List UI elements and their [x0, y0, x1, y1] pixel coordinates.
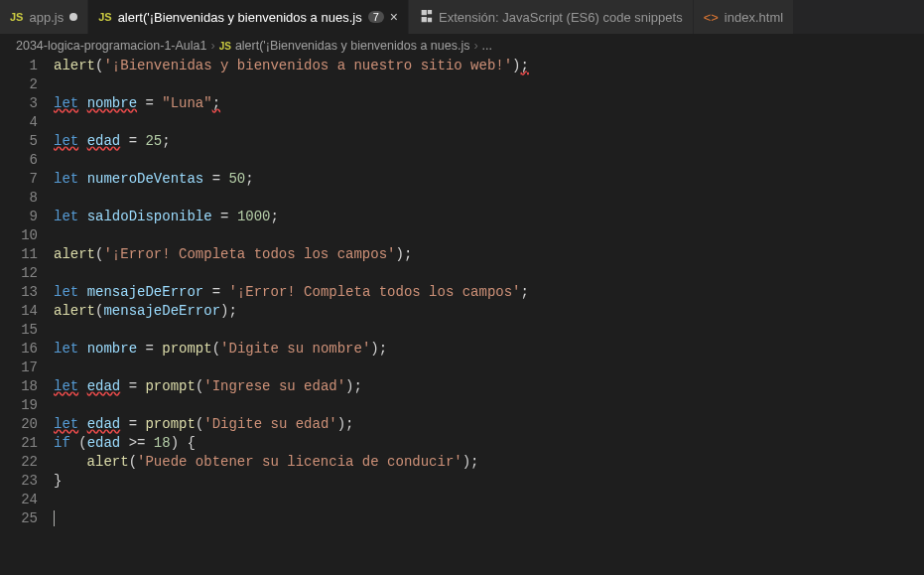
code-line[interactable]: alert('Puede obtener su licencia de cond… — [54, 453, 924, 472]
code-line[interactable] — [54, 359, 924, 377]
code-line[interactable]: let saldoDisponible = 1000; — [54, 208, 924, 226]
code-line[interactable] — [54, 151, 924, 170]
js-file-icon: JS — [10, 11, 23, 23]
code-line[interactable] — [54, 113, 924, 132]
code-line[interactable] — [54, 264, 924, 283]
code-line[interactable]: let nombre = prompt('Digite su nombre'); — [54, 340, 924, 359]
editor-tab[interactable]: JSapp.js — [0, 0, 88, 34]
code-line[interactable]: let edad = prompt('Ingrese su edad'); — [54, 377, 924, 396]
line-number: 20 — [0, 415, 38, 434]
tab-badge: 7 — [368, 11, 384, 23]
line-number: 10 — [0, 226, 38, 245]
line-number: 5 — [0, 132, 38, 151]
tab-bar: JSapp.jsJSalert('¡Bienvenidas y bienveni… — [0, 0, 924, 35]
code-line[interactable]: if (edad >= 18) { — [54, 434, 924, 453]
line-number: 21 — [0, 434, 38, 453]
code-line[interactable]: let nombre = "Luna"; — [54, 94, 924, 113]
js-file-icon: JS — [98, 11, 111, 23]
breadcrumb[interactable]: 2034-logica-programacion-1-Aula1 › JS al… — [0, 35, 924, 57]
code-line[interactable] — [54, 491, 924, 509]
line-number: 9 — [0, 208, 38, 226]
code-line[interactable]: alert('¡Bienvenidas y bienvenidos a nues… — [54, 57, 924, 75]
code-line[interactable] — [54, 396, 924, 415]
code-line[interactable] — [54, 189, 924, 208]
close-icon[interactable]: × — [390, 9, 398, 25]
line-number: 12 — [0, 264, 38, 283]
line-number: 24 — [0, 491, 38, 509]
js-file-icon: JS — [219, 41, 231, 52]
code-line[interactable]: let mensajeDeError = '¡Error! Completa t… — [54, 283, 924, 302]
code-line[interactable] — [54, 75, 924, 94]
chevron-right-icon: › — [473, 39, 477, 53]
code-line[interactable]: alert('¡Error! Completa todos los campos… — [54, 245, 924, 264]
breadcrumb-file[interactable]: alert('¡Bienvenidas y bienvenidos a nues… — [235, 39, 470, 53]
extension-icon — [419, 9, 433, 26]
line-number: 4 — [0, 113, 38, 132]
code-line[interactable]: } — [54, 472, 924, 491]
line-number: 14 — [0, 302, 38, 321]
code-line[interactable]: alert(mensajeDeError); — [54, 302, 924, 321]
line-number: 13 — [0, 283, 38, 302]
line-number: 2 — [0, 75, 38, 94]
html-file-icon: <> — [704, 10, 719, 25]
line-number: 3 — [0, 94, 38, 113]
line-number: 15 — [0, 321, 38, 340]
code-line[interactable]: let numeroDeVentas = 50; — [54, 170, 924, 189]
code-line[interactable] — [54, 509, 924, 528]
code-content[interactable]: alert('¡Bienvenidas y bienvenidos a nues… — [54, 57, 924, 528]
tab-label: alert('¡Bienvenidas y bienvenidos a nues… — [118, 10, 362, 25]
line-number-gutter: 1234567891011121314151617181920212223242… — [0, 57, 54, 528]
code-line[interactable]: let edad = 25; — [54, 132, 924, 151]
line-number: 18 — [0, 377, 38, 396]
line-number: 25 — [0, 509, 38, 528]
line-number: 1 — [0, 57, 38, 75]
unsaved-indicator-icon[interactable] — [69, 13, 77, 21]
editor-tab[interactable]: JSalert('¡Bienvenidas y bienvenidos a nu… — [88, 0, 409, 34]
line-number: 16 — [0, 340, 38, 359]
code-line[interactable] — [54, 321, 924, 340]
chevron-right-icon: › — [210, 39, 214, 53]
code-line[interactable]: let edad = prompt('Digite su edad'); — [54, 415, 924, 434]
line-number: 6 — [0, 151, 38, 170]
tab-label: index.html — [725, 10, 783, 25]
line-number: 17 — [0, 359, 38, 377]
tab-label: Extensión: JavaScript (ES6) code snippet… — [439, 10, 683, 25]
line-number: 8 — [0, 189, 38, 208]
text-cursor — [54, 510, 55, 526]
code-editor[interactable]: 1234567891011121314151617181920212223242… — [0, 57, 924, 528]
editor-tab[interactable]: <>index.html — [694, 0, 794, 34]
code-line[interactable] — [54, 226, 924, 245]
line-number: 22 — [0, 453, 38, 472]
breadcrumb-more[interactable]: ... — [482, 39, 492, 53]
line-number: 23 — [0, 472, 38, 491]
breadcrumb-folder[interactable]: 2034-logica-programacion-1-Aula1 — [16, 39, 206, 53]
line-number: 11 — [0, 245, 38, 264]
tab-label: app.js — [29, 10, 64, 25]
editor-tab[interactable]: Extensión: JavaScript (ES6) code snippet… — [409, 0, 694, 34]
line-number: 7 — [0, 170, 38, 189]
line-number: 19 — [0, 396, 38, 415]
